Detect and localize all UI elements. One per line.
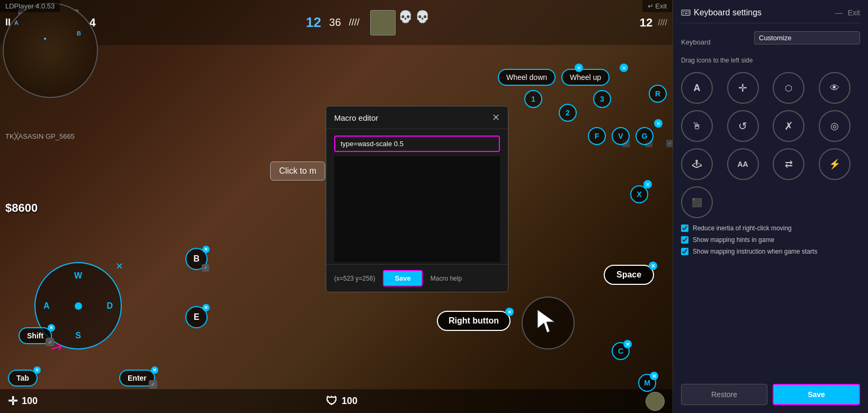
minimap-dot: ●: [43, 35, 47, 41]
macro-command-input[interactable]: [334, 136, 500, 152]
wasd-center-dot: [75, 302, 82, 310]
icon-joystick[interactable]: 🕹: [681, 148, 713, 180]
e-label: E: [194, 312, 200, 322]
icon-bullet[interactable]: ⬡: [773, 72, 804, 104]
svg-rect-1: [682, 10, 690, 15]
b-expand-icon[interactable]: ⤢: [202, 264, 209, 272]
checkbox-hints[interactable]: [681, 236, 688, 244]
shift-close-icon[interactable]: ✕: [48, 324, 55, 331]
hud-center: 12 36 //// 💀 💀: [96, 10, 640, 35]
enter-expand-icon[interactable]: ⤢: [149, 380, 157, 389]
checkbox-row-1: Reduce inertia of right-click moving: [681, 225, 860, 232]
num1-circle[interactable]: 1: [524, 90, 542, 108]
icon-target[interactable]: ◎: [819, 110, 851, 142]
player-avatar-bottom: [646, 392, 665, 411]
wasd-w-button[interactable]: W: [74, 271, 82, 281]
num2-label: 2: [566, 109, 570, 117]
num2-circle[interactable]: 2: [559, 104, 577, 122]
e-button[interactable]: ✕ E: [185, 306, 208, 328]
space-close-icon[interactable]: ✕: [649, 262, 657, 270]
enter-close-icon[interactable]: ✕: [151, 366, 158, 374]
m-close-icon[interactable]: ✕: [650, 372, 658, 380]
c-circle[interactable]: ✕ C: [612, 342, 630, 360]
icon-a[interactable]: A: [681, 72, 713, 104]
enter-button[interactable]: ✕ Enter ⤢: [119, 370, 155, 387]
hud-ammo-diag: ////: [658, 18, 667, 28]
f-circle[interactable]: F: [588, 127, 606, 145]
exit-button[interactable]: ↵ Exit: [642, 0, 672, 12]
checkbox-instruction[interactable]: [681, 248, 688, 255]
svg-rect-3: [685, 11, 686, 12]
wheel-up-label: Wheel up: [561, 69, 610, 86]
wasd-a-button[interactable]: A: [43, 301, 50, 311]
checkboxes-section: Reduce inertia of right-click moving Sho…: [681, 225, 860, 255]
checkbox-hints-label: Show mapping hints in game: [693, 236, 774, 244]
click-to-button[interactable]: Click to m: [270, 161, 325, 181]
wasd-close-icon[interactable]: ✕: [115, 261, 123, 272]
icon-scroll[interactable]: 🖱: [681, 110, 713, 142]
save-panel-button[interactable]: Save: [773, 384, 860, 405]
c-close-icon[interactable]: ✕: [623, 340, 632, 348]
macro-close-button[interactable]: ✕: [492, 112, 500, 123]
r-expand-icon[interactable]: ⤢: [666, 140, 673, 147]
minimap-label-b: B: [77, 30, 81, 37]
panel-header: Keyboard settings — Exit: [681, 8, 860, 23]
icon-aa[interactable]: AA: [727, 148, 759, 180]
checkbox-row-3: Show mapping instruction when game start…: [681, 248, 860, 255]
icon-switch[interactable]: ⇄: [773, 148, 804, 180]
icon-crosshair[interactable]: ✛: [727, 72, 759, 104]
keyboard-dropdown[interactable]: Customize: [754, 31, 860, 44]
panel-bottom-buttons: Restore Save: [681, 384, 860, 405]
v-circle[interactable]: V: [612, 127, 630, 145]
restore-button[interactable]: Restore: [681, 384, 767, 405]
wasd-s-button[interactable]: S: [75, 331, 81, 340]
panel-minimize-button[interactable]: —: [835, 8, 843, 17]
svg-rect-7: [685, 13, 687, 14]
macro-footer: (x=523 y=256) Save Macro help: [326, 264, 508, 292]
e-close-icon[interactable]: ✕: [202, 304, 210, 311]
space-button[interactable]: ✕ Space: [604, 265, 654, 285]
right-button-close-icon[interactable]: ✕: [505, 308, 514, 316]
checkbox-instruction-label: Show mapping instruction when game start…: [693, 248, 817, 255]
num3-circle[interactable]: 3: [593, 90, 611, 108]
macro-script-textarea[interactable]: [334, 156, 500, 262]
right-button-label[interactable]: ✕ Right button: [437, 311, 511, 331]
tab-close-icon[interactable]: ✕: [33, 366, 41, 374]
shift-button[interactable]: ✕ Shift ⤢: [19, 327, 52, 344]
icon-screen[interactable]: ⬛: [681, 186, 713, 218]
icon-grid-row4: ⬛: [681, 186, 860, 218]
m-circle[interactable]: ✕ M: [638, 374, 656, 392]
wheel-up-close-icon[interactable]: ✕: [575, 64, 583, 72]
r-label: R: [655, 89, 660, 98]
icon-cross[interactable]: ✗: [773, 110, 804, 142]
b-button[interactable]: ✕ B ⤢: [185, 248, 208, 270]
wasd-d-button[interactable]: D: [106, 301, 113, 311]
v-label: V: [618, 132, 623, 140]
tab-button[interactable]: ✕ Tab: [8, 370, 38, 387]
g-circle[interactable]: G: [636, 127, 654, 145]
svg-rect-2: [683, 11, 684, 12]
checkbox-inertia-label: Reduce inertia of right-click moving: [693, 225, 792, 232]
x-close-icon[interactable]: ✕: [643, 180, 652, 188]
icon-eye[interactable]: 👁: [819, 72, 851, 104]
right-click-area[interactable]: [522, 297, 575, 349]
b-close-icon[interactable]: ✕: [202, 246, 210, 253]
g-close-icon[interactable]: ✕: [654, 119, 663, 128]
avatar-3: [370, 10, 396, 35]
icon-bolt[interactable]: ⚡: [819, 148, 851, 180]
icon-refresh[interactable]: ↺: [727, 110, 759, 142]
panel-exit-button[interactable]: Exit: [848, 8, 860, 17]
r-circle[interactable]: R: [649, 85, 667, 103]
skull-icon: 💀: [398, 10, 413, 35]
svg-rect-5: [688, 11, 690, 12]
enter-label: Enter: [128, 374, 147, 382]
checkbox-inertia[interactable]: [681, 225, 688, 232]
macro-help-link[interactable]: Macro help: [431, 275, 462, 282]
hud-right-score: 12: [640, 16, 652, 30]
space-label: Space: [616, 270, 641, 279]
wheel-close-icon[interactable]: ✕: [620, 64, 628, 72]
icon-grid-row2: 🖱 ↺ ✗ ◎: [681, 110, 860, 142]
wheel-down-text: Wheel down: [506, 73, 547, 82]
app-title-text: LDPlayer 4.0.53: [5, 2, 55, 10]
macro-save-button[interactable]: Save: [383, 270, 422, 286]
